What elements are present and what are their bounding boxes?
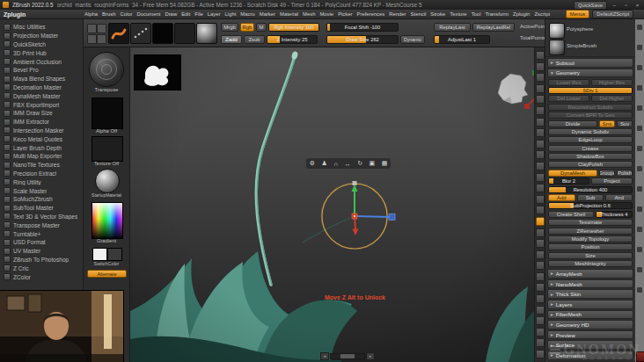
zplugin-item[interactable]: SubTool Master — [0, 204, 83, 213]
viewport-canvas[interactable]: ⚙ ♟ ∩ ↔ ↻ ▣ ▦ Move Z Alt to Unlock ◂ ▸ — [130, 47, 534, 362]
right-shelf-icon[interactable] — [536, 51, 545, 60]
maximize-button[interactable]: ▫ — [622, 2, 630, 9]
menu-item[interactable]: Movie — [319, 11, 333, 17]
right-tray-icon[interactable] — [637, 65, 642, 70]
replay-last-button[interactable]: ReplayLast — [434, 23, 471, 32]
geometry-section-header[interactable]: ▾ Geometry — [547, 69, 633, 78]
tool-section-header[interactable]: ▸ NanoMesh — [547, 279, 633, 289]
zplugin-item[interactable]: Scale Master — [0, 186, 83, 195]
rgb-intensity-slider[interactable]: Rgb Intensity 100 — [268, 23, 319, 32]
right-shelf-icon[interactable] — [536, 338, 545, 347]
right-tray-icon[interactable] — [637, 105, 642, 111]
right-shelf-icon[interactable] — [536, 184, 545, 192]
menu-item[interactable]: Stroke — [430, 11, 445, 17]
menu-item[interactable]: Document — [137, 11, 161, 17]
dynamesh-resolution-slider[interactable]: Resolution 400 — [548, 186, 633, 193]
menu-item[interactable]: Edit — [181, 11, 190, 17]
zplugin-item[interactable]: ZBrush To Photoshop — [0, 256, 83, 264]
zplugin-item[interactable]: Decimation Master — [0, 83, 83, 92]
zadd-button[interactable]: Zadd — [221, 35, 242, 44]
right-tray-icon[interactable] — [637, 126, 642, 131]
dynamesh-project-toggle[interactable]: Project — [591, 177, 633, 185]
zplugin-item[interactable]: Maya Blend Shapes — [0, 75, 83, 83]
tool-section-header[interactable]: ▸ FiberMesh — [547, 310, 633, 320]
reconstruct-subdiv-button[interactable]: Reconstruct Subdiv — [548, 104, 633, 111]
higher-res-button[interactable]: Higher Res — [591, 79, 633, 86]
divide-button[interactable]: Divide — [548, 120, 597, 127]
right-shelf-icon[interactable] — [536, 228, 545, 237]
thickness-slider[interactable]: Thickness 4 — [596, 211, 633, 218]
subtool-section-header[interactable]: ▸ Subtool — [547, 58, 633, 68]
dynamic-subdiv-subsection[interactable]: Dynamic Subdiv — [548, 128, 633, 135]
gizmo-reset-rotate-icon[interactable]: ↻ — [357, 160, 362, 167]
zplugin-item[interactable]: IMM Extractor — [0, 118, 83, 127]
right-shelf-icon[interactable] — [536, 239, 545, 248]
sdiv-slider[interactable]: SDiv 1 — [548, 87, 633, 94]
zplugin-item[interactable]: UV Master — [0, 247, 83, 256]
menu-item[interactable]: Light — [225, 11, 237, 17]
tool-section-header[interactable]: ▸ ArrayMesh — [547, 269, 633, 279]
current-texture-thumbnail[interactable] — [174, 23, 195, 44]
right-shelf-icon[interactable] — [536, 150, 545, 159]
shelf-grid-icon[interactable] — [97, 24, 106, 33]
menu-item[interactable]: Render — [389, 11, 406, 17]
mrgb-button[interactable]: Mrgb — [221, 23, 238, 32]
menu-item[interactable]: Mesh — [303, 11, 315, 17]
right-shelf-icon[interactable] — [536, 140, 545, 148]
convert-bpr-button[interactable]: Convert BPR To Geo — [548, 112, 633, 119]
minimize-button[interactable]: – — [611, 2, 618, 9]
right-shelf-icon[interactable] — [536, 128, 545, 137]
default-zscript-button[interactable]: DefaultZScript — [592, 10, 633, 18]
close-button[interactable]: × — [633, 2, 641, 9]
shelf-grid-icon[interactable] — [87, 24, 97, 33]
zplugin-item[interactable]: Text 3D & Vector Shapes — [0, 213, 83, 221]
zplugin-item[interactable]: Precision Extract — [0, 170, 83, 178]
right-shelf-icon[interactable] — [536, 250, 545, 259]
gizmo-mesh-grid-icon[interactable]: ▦ — [382, 160, 388, 167]
rgb-button[interactable]: Rgb — [240, 23, 254, 32]
current-tool-thumbnail[interactable] — [549, 23, 565, 39]
z-intensity-slider[interactable]: Z Intensity 25 — [267, 35, 318, 44]
subprojection-slider[interactable]: SubProjection 0.6 — [548, 202, 633, 209]
mesh-integrity-subsection[interactable]: MeshIntegrity — [548, 260, 633, 267]
recent-tool-thumbnail[interactable] — [549, 40, 565, 55]
zplugin-item[interactable]: SoMuchZbrush — [0, 195, 83, 204]
m-button[interactable]: M — [256, 23, 267, 32]
menu-item[interactable]: File — [194, 11, 203, 17]
alternate-button[interactable]: Alternate — [87, 270, 127, 278]
right-tray-icon[interactable] — [637, 45, 642, 50]
zplugin-item[interactable]: Misc Utilities — [0, 23, 83, 32]
zplugin-palette-title[interactable]: Zplugin — [0, 11, 84, 18]
menu-item[interactable]: Preferences — [357, 11, 385, 17]
zplugin-item[interactable]: Layer Brush Depth — [0, 143, 83, 152]
dynamesh-polish-toggle[interactable]: Polish — [617, 170, 633, 177]
current-material-thumbnail[interactable] — [196, 23, 217, 44]
dynamesh-sub-toggle[interactable]: Sub — [577, 194, 604, 201]
claypolish-subsection[interactable]: ClayPolish — [548, 161, 633, 168]
shelf-grid-icon[interactable] — [97, 34, 106, 44]
secondary-color-swatch[interactable] — [107, 248, 122, 261]
lower-res-button[interactable]: Lower Res — [548, 79, 589, 86]
right-tray-icon[interactable] — [637, 25, 642, 30]
zplugin-item[interactable]: Keco Metal Quotes — [0, 134, 83, 143]
right-shelf-icon[interactable] — [536, 217, 545, 226]
suv-toggle[interactable]: Suv — [617, 120, 633, 127]
focal-shift-slider[interactable]: Focal Shift -100 — [326, 23, 399, 32]
dynamesh-groups-toggle[interactable]: Groups — [599, 170, 615, 177]
adjust-last-slider[interactable]: AdjustLast 1 — [434, 35, 490, 44]
right-shelf-icon[interactable] — [536, 294, 545, 303]
gizmo-move-icon[interactable]: ↔ — [345, 161, 351, 167]
replay-last-rel-button[interactable]: ReplayLastRel — [472, 23, 515, 32]
smt-toggle[interactable]: Smt — [599, 120, 615, 127]
menu-item[interactable]: Alpha — [84, 11, 98, 17]
right-shelf-icon[interactable] — [536, 162, 545, 170]
right-shelf-icon[interactable] — [536, 106, 545, 115]
zsub-button[interactable]: Zsub — [244, 35, 265, 44]
menu-item[interactable]: Brush — [102, 11, 115, 17]
scroll-left-icon[interactable]: ◂ — [320, 352, 329, 360]
zplugin-item[interactable]: FBX ExportImport — [0, 100, 83, 109]
canvas-scrollbar[interactable]: ◂ ▸ — [320, 352, 375, 359]
tessimate-subsection[interactable]: Tessimate — [548, 219, 633, 226]
menu-item[interactable]: Marker — [260, 11, 275, 17]
zplugin-item[interactable]: NanoTile Textures — [0, 161, 83, 170]
